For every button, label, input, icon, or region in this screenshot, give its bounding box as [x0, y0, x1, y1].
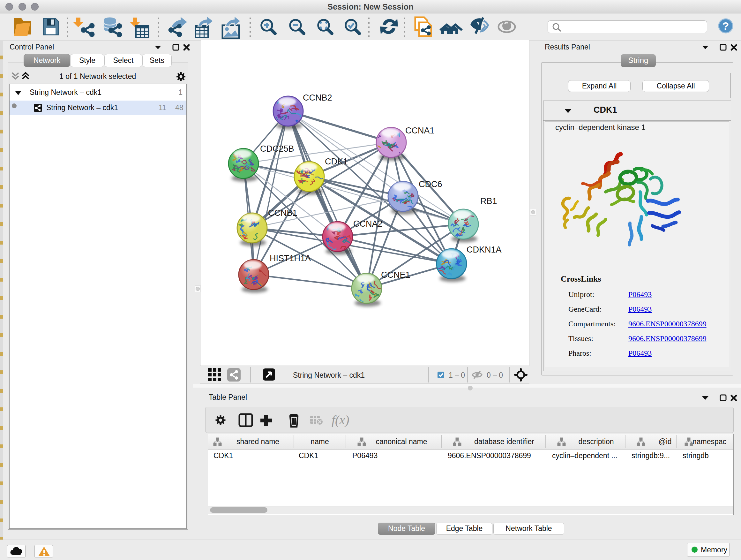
svg-text:CCNB1: CCNB1: [268, 208, 297, 218]
svg-text:canonical name: canonical name: [376, 437, 427, 446]
svg-text:name: name: [311, 437, 329, 446]
svg-text:CDC25B: CDC25B: [260, 144, 294, 153]
svg-text:namespac: namespac: [692, 437, 726, 446]
svg-text:1 – 0: 1 – 0: [449, 371, 465, 379]
svg-text:CCNE1: CCNE1: [381, 270, 410, 280]
svg-text:CCNA1: CCNA1: [405, 126, 434, 135]
svg-text:description: description: [578, 437, 614, 446]
svg-text:CCNB2: CCNB2: [303, 93, 332, 103]
svg-text:0 – 0: 0 – 0: [487, 371, 503, 379]
svg-text:f(x): f(x): [332, 413, 349, 427]
svg-text:@id: @id: [658, 437, 671, 446]
svg-text:shared name: shared name: [237, 437, 279, 446]
svg-text:CDK1: CDK1: [325, 157, 348, 166]
svg-text:CCNA2: CCNA2: [353, 219, 383, 229]
svg-text:String Network – cdk1: String Network – cdk1: [293, 371, 365, 379]
svg-text:HIST1H1A: HIST1H1A: [270, 253, 311, 263]
svg-text:CDC6: CDC6: [419, 179, 442, 189]
svg-text:RB1: RB1: [480, 196, 497, 206]
svg-text:database identifier: database identifier: [474, 437, 534, 446]
svg-text:?: ?: [723, 20, 729, 32]
svg-text:CDKN1A: CDKN1A: [467, 245, 502, 254]
